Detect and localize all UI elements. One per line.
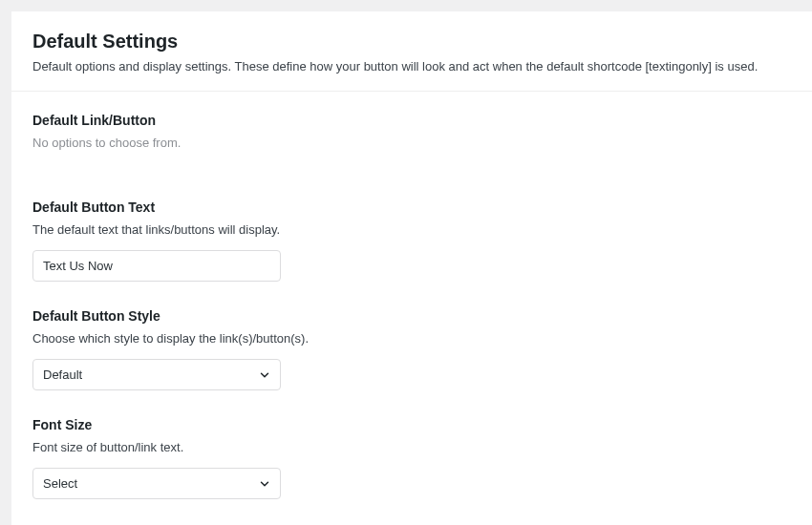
- section-desc-button-style: Choose which style to display the link(s…: [32, 331, 791, 346]
- font-size-select[interactable]: Select: [32, 468, 281, 499]
- button-style-select[interactable]: Default: [32, 359, 281, 390]
- font-size-select-wrap: Select: [32, 468, 281, 499]
- panel-header: Default Settings Default options and dis…: [11, 11, 812, 92]
- page-title: Default Settings: [32, 31, 791, 52]
- page-description: Default options and display settings. Th…: [32, 58, 791, 75]
- settings-panel: Default Settings Default options and dis…: [11, 11, 812, 525]
- section-default-button-text: Default Button Text The default text tha…: [11, 182, 812, 291]
- section-title-font-size: Font Size: [32, 417, 791, 432]
- section-font-size: Font Size Font size of button/link text.…: [11, 400, 812, 509]
- section-default-link-button: Default Link/Button No options to choose…: [11, 92, 812, 182]
- button-style-select-wrap: Default: [32, 359, 281, 390]
- section-default-button-style: Default Button Style Choose which style …: [11, 291, 812, 400]
- section-title-button-text: Default Button Text: [32, 200, 791, 215]
- section-desc-button-text: The default text that links/buttons will…: [32, 222, 791, 237]
- section-title-link-button: Default Link/Button: [32, 113, 791, 128]
- section-title-button-style: Default Button Style: [32, 308, 791, 324]
- empty-options-message: No options to choose from.: [32, 136, 791, 150]
- button-text-input[interactable]: [32, 250, 281, 282]
- section-desc-font-size: Font size of button/link text.: [32, 440, 791, 454]
